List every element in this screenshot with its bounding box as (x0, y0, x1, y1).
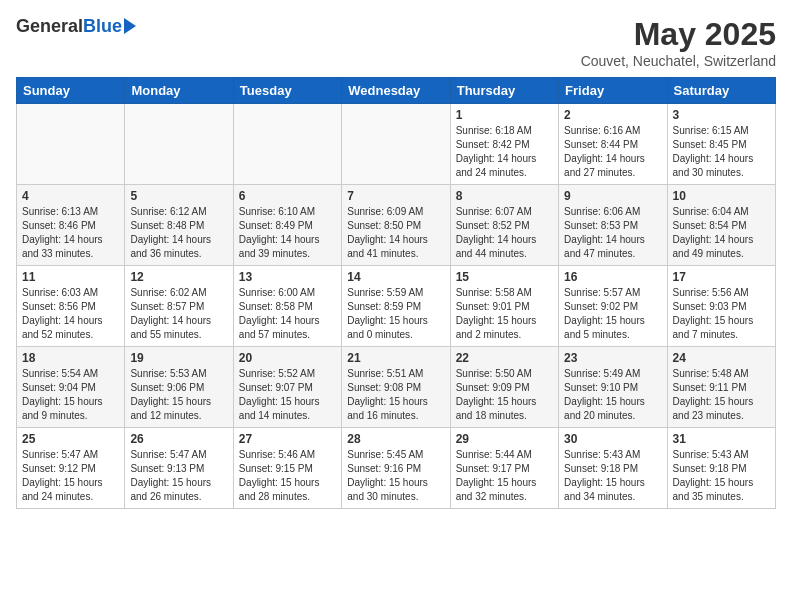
calendar-cell (233, 104, 341, 185)
day-info: Sunrise: 5:52 AM Sunset: 9:07 PM Dayligh… (239, 367, 336, 423)
day-number: 2 (564, 108, 661, 122)
logo-blue-text: Blue (83, 16, 122, 37)
day-number: 29 (456, 432, 553, 446)
day-number: 1 (456, 108, 553, 122)
calendar-cell: 30Sunrise: 5:43 AM Sunset: 9:18 PM Dayli… (559, 428, 667, 509)
calendar-cell: 21Sunrise: 5:51 AM Sunset: 9:08 PM Dayli… (342, 347, 450, 428)
day-number: 30 (564, 432, 661, 446)
day-info: Sunrise: 5:44 AM Sunset: 9:17 PM Dayligh… (456, 448, 553, 504)
month-title: May 2025 (581, 16, 776, 53)
calendar-cell: 9Sunrise: 6:06 AM Sunset: 8:53 PM Daylig… (559, 185, 667, 266)
day-info: Sunrise: 6:12 AM Sunset: 8:48 PM Dayligh… (130, 205, 227, 261)
day-number: 3 (673, 108, 770, 122)
calendar-cell: 10Sunrise: 6:04 AM Sunset: 8:54 PM Dayli… (667, 185, 775, 266)
day-info: Sunrise: 5:47 AM Sunset: 9:12 PM Dayligh… (22, 448, 119, 504)
page-header: General Blue May 2025 Couvet, Neuchatel,… (16, 16, 776, 69)
calendar-table: SundayMondayTuesdayWednesdayThursdayFrid… (16, 77, 776, 509)
week-row-4: 18Sunrise: 5:54 AM Sunset: 9:04 PM Dayli… (17, 347, 776, 428)
calendar-cell: 8Sunrise: 6:07 AM Sunset: 8:52 PM Daylig… (450, 185, 558, 266)
calendar-cell: 16Sunrise: 5:57 AM Sunset: 9:02 PM Dayli… (559, 266, 667, 347)
calendar-cell: 22Sunrise: 5:50 AM Sunset: 9:09 PM Dayli… (450, 347, 558, 428)
day-number: 26 (130, 432, 227, 446)
day-info: Sunrise: 5:50 AM Sunset: 9:09 PM Dayligh… (456, 367, 553, 423)
weekday-header-sunday: Sunday (17, 78, 125, 104)
day-number: 28 (347, 432, 444, 446)
calendar-cell: 12Sunrise: 6:02 AM Sunset: 8:57 PM Dayli… (125, 266, 233, 347)
day-info: Sunrise: 5:47 AM Sunset: 9:13 PM Dayligh… (130, 448, 227, 504)
day-info: Sunrise: 5:54 AM Sunset: 9:04 PM Dayligh… (22, 367, 119, 423)
calendar-cell: 28Sunrise: 5:45 AM Sunset: 9:16 PM Dayli… (342, 428, 450, 509)
weekday-header-wednesday: Wednesday (342, 78, 450, 104)
calendar-cell (125, 104, 233, 185)
day-info: Sunrise: 6:09 AM Sunset: 8:50 PM Dayligh… (347, 205, 444, 261)
calendar-cell: 17Sunrise: 5:56 AM Sunset: 9:03 PM Dayli… (667, 266, 775, 347)
calendar-cell: 29Sunrise: 5:44 AM Sunset: 9:17 PM Dayli… (450, 428, 558, 509)
calendar-cell (17, 104, 125, 185)
calendar-cell: 24Sunrise: 5:48 AM Sunset: 9:11 PM Dayli… (667, 347, 775, 428)
day-number: 22 (456, 351, 553, 365)
day-number: 15 (456, 270, 553, 284)
location-text: Couvet, Neuchatel, Switzerland (581, 53, 776, 69)
day-info: Sunrise: 6:13 AM Sunset: 8:46 PM Dayligh… (22, 205, 119, 261)
week-row-2: 4Sunrise: 6:13 AM Sunset: 8:46 PM Daylig… (17, 185, 776, 266)
day-info: Sunrise: 6:02 AM Sunset: 8:57 PM Dayligh… (130, 286, 227, 342)
day-info: Sunrise: 5:53 AM Sunset: 9:06 PM Dayligh… (130, 367, 227, 423)
day-number: 14 (347, 270, 444, 284)
day-number: 19 (130, 351, 227, 365)
weekday-header-friday: Friday (559, 78, 667, 104)
day-number: 31 (673, 432, 770, 446)
day-info: Sunrise: 5:57 AM Sunset: 9:02 PM Dayligh… (564, 286, 661, 342)
logo-general-text: General (16, 16, 83, 37)
weekday-header-monday: Monday (125, 78, 233, 104)
week-row-1: 1Sunrise: 6:18 AM Sunset: 8:42 PM Daylig… (17, 104, 776, 185)
day-info: Sunrise: 5:48 AM Sunset: 9:11 PM Dayligh… (673, 367, 770, 423)
week-row-3: 11Sunrise: 6:03 AM Sunset: 8:56 PM Dayli… (17, 266, 776, 347)
calendar-cell: 25Sunrise: 5:47 AM Sunset: 9:12 PM Dayli… (17, 428, 125, 509)
calendar-cell: 13Sunrise: 6:00 AM Sunset: 8:58 PM Dayli… (233, 266, 341, 347)
day-info: Sunrise: 5:58 AM Sunset: 9:01 PM Dayligh… (456, 286, 553, 342)
weekday-header-thursday: Thursday (450, 78, 558, 104)
day-number: 6 (239, 189, 336, 203)
calendar-cell: 2Sunrise: 6:16 AM Sunset: 8:44 PM Daylig… (559, 104, 667, 185)
calendar-cell: 3Sunrise: 6:15 AM Sunset: 8:45 PM Daylig… (667, 104, 775, 185)
calendar-cell: 6Sunrise: 6:10 AM Sunset: 8:49 PM Daylig… (233, 185, 341, 266)
day-number: 17 (673, 270, 770, 284)
day-info: Sunrise: 6:03 AM Sunset: 8:56 PM Dayligh… (22, 286, 119, 342)
day-info: Sunrise: 5:56 AM Sunset: 9:03 PM Dayligh… (673, 286, 770, 342)
day-number: 23 (564, 351, 661, 365)
day-number: 20 (239, 351, 336, 365)
calendar-cell: 1Sunrise: 6:18 AM Sunset: 8:42 PM Daylig… (450, 104, 558, 185)
calendar-cell: 19Sunrise: 5:53 AM Sunset: 9:06 PM Dayli… (125, 347, 233, 428)
day-info: Sunrise: 6:07 AM Sunset: 8:52 PM Dayligh… (456, 205, 553, 261)
day-number: 7 (347, 189, 444, 203)
day-info: Sunrise: 6:04 AM Sunset: 8:54 PM Dayligh… (673, 205, 770, 261)
calendar-cell: 27Sunrise: 5:46 AM Sunset: 9:15 PM Dayli… (233, 428, 341, 509)
calendar-cell: 11Sunrise: 6:03 AM Sunset: 8:56 PM Dayli… (17, 266, 125, 347)
weekday-header-tuesday: Tuesday (233, 78, 341, 104)
day-number: 21 (347, 351, 444, 365)
day-number: 10 (673, 189, 770, 203)
day-info: Sunrise: 5:45 AM Sunset: 9:16 PM Dayligh… (347, 448, 444, 504)
day-info: Sunrise: 6:06 AM Sunset: 8:53 PM Dayligh… (564, 205, 661, 261)
day-number: 9 (564, 189, 661, 203)
day-info: Sunrise: 6:18 AM Sunset: 8:42 PM Dayligh… (456, 124, 553, 180)
day-number: 13 (239, 270, 336, 284)
calendar-cell: 20Sunrise: 5:52 AM Sunset: 9:07 PM Dayli… (233, 347, 341, 428)
day-info: Sunrise: 6:15 AM Sunset: 8:45 PM Dayligh… (673, 124, 770, 180)
day-number: 25 (22, 432, 119, 446)
calendar-cell: 26Sunrise: 5:47 AM Sunset: 9:13 PM Dayli… (125, 428, 233, 509)
day-info: Sunrise: 5:46 AM Sunset: 9:15 PM Dayligh… (239, 448, 336, 504)
day-info: Sunrise: 5:59 AM Sunset: 8:59 PM Dayligh… (347, 286, 444, 342)
day-number: 4 (22, 189, 119, 203)
day-info: Sunrise: 5:51 AM Sunset: 9:08 PM Dayligh… (347, 367, 444, 423)
day-number: 5 (130, 189, 227, 203)
title-area: May 2025 Couvet, Neuchatel, Switzerland (581, 16, 776, 69)
calendar-cell: 4Sunrise: 6:13 AM Sunset: 8:46 PM Daylig… (17, 185, 125, 266)
day-info: Sunrise: 6:10 AM Sunset: 8:49 PM Dayligh… (239, 205, 336, 261)
weekday-header-saturday: Saturday (667, 78, 775, 104)
day-info: Sunrise: 5:43 AM Sunset: 9:18 PM Dayligh… (564, 448, 661, 504)
calendar-cell: 31Sunrise: 5:43 AM Sunset: 9:18 PM Dayli… (667, 428, 775, 509)
weekday-header-row: SundayMondayTuesdayWednesdayThursdayFrid… (17, 78, 776, 104)
logo: General Blue (16, 16, 136, 37)
day-number: 11 (22, 270, 119, 284)
